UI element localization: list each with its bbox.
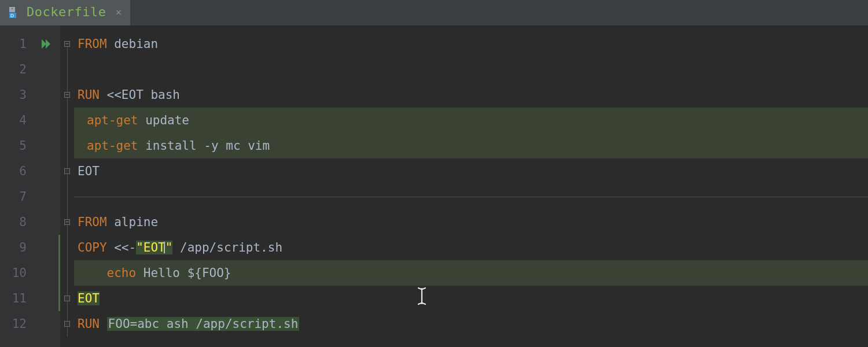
- stage-separator: [74, 197, 868, 197]
- fold-column: [60, 25, 74, 347]
- tab-filename: Dockerfile: [27, 5, 106, 19]
- fold-toggle-icon[interactable]: [64, 92, 70, 98]
- fold-toggle-icon[interactable]: [64, 41, 70, 47]
- gutter: 1 2 3 4 5 6 7 8 9 10 11 12: [0, 25, 60, 347]
- svg-rect-0: [9, 7, 15, 12]
- line-number[interactable]: 7: [0, 184, 60, 209]
- line-number[interactable]: 8: [0, 209, 60, 235]
- code-line[interactable]: apt-get install -y mc vim: [74, 133, 868, 158]
- code-line[interactable]: echo Hello ${FOO}: [74, 260, 868, 286]
- line-number[interactable]: 4: [0, 108, 60, 133]
- dockerfile-icon: D: [8, 6, 21, 19]
- tab-dockerfile[interactable]: D Dockerfile ×: [0, 0, 130, 25]
- line-number[interactable]: 2: [0, 57, 60, 82]
- line-number[interactable]: 9: [0, 235, 60, 260]
- line-number[interactable]: 6: [0, 158, 60, 184]
- line-number[interactable]: 1: [0, 31, 60, 57]
- svg-marker-4: [42, 39, 46, 49]
- code-line[interactable]: FROM debian: [74, 31, 868, 57]
- code-area[interactable]: FROM debian RUN <<EOT bash apt-get updat…: [74, 25, 868, 347]
- fold-end-icon[interactable]: [64, 296, 70, 301]
- heredoc-delim-highlight: "EOT": [136, 241, 172, 254]
- code-line[interactable]: FROM alpine: [74, 209, 868, 235]
- heredoc-delim-highlight: EOT: [78, 291, 100, 305]
- line-number[interactable]: 12: [0, 311, 60, 337]
- code-line[interactable]: RUN <<EOT bash: [74, 82, 868, 108]
- run-command-highlight: FOO=abc ash /app/script.sh: [107, 317, 300, 331]
- code-line[interactable]: [74, 184, 868, 209]
- line-number[interactable]: 10: [0, 260, 60, 286]
- code-line[interactable]: apt-get update: [74, 108, 868, 133]
- code-line[interactable]: RUN FOO=abc ash /app/script.sh: [74, 311, 868, 337]
- run-gutter-icon[interactable]: [41, 38, 52, 50]
- code-line[interactable]: EOT: [74, 286, 868, 311]
- fold-end-icon[interactable]: [64, 321, 70, 327]
- editor: 1 2 3 4 5 6 7 8 9 10 11 12: [0, 25, 868, 347]
- code-line[interactable]: [74, 57, 868, 82]
- svg-text:D: D: [10, 12, 14, 18]
- line-number[interactable]: 3: [0, 82, 60, 108]
- svg-rect-1: [12, 8, 13, 9]
- fold-end-icon[interactable]: [64, 168, 70, 174]
- tab-bar: D Dockerfile ×: [0, 0, 868, 25]
- code-line[interactable]: EOT: [74, 158, 868, 184]
- code-line[interactable]: COPY <<-"EOT" /app/script.sh: [74, 235, 868, 260]
- svg-marker-5: [46, 39, 50, 49]
- close-icon[interactable]: ×: [115, 6, 122, 18]
- line-number[interactable]: 5: [0, 133, 60, 158]
- line-number[interactable]: 11: [0, 286, 60, 311]
- fold-toggle-icon[interactable]: [64, 219, 70, 225]
